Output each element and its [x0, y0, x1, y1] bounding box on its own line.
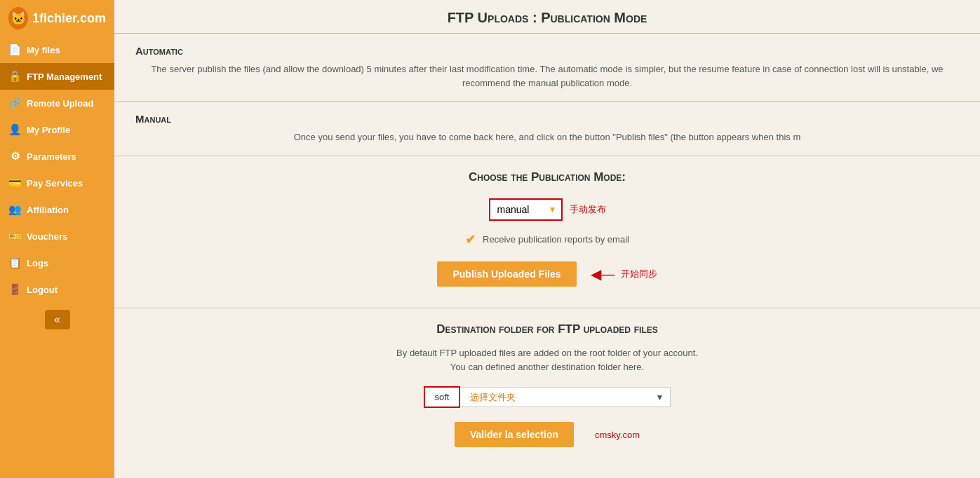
automatic-description: The server publish the files (and allow … [135, 62, 959, 90]
sidebar-item-my-profile[interactable]: 👤My Profile [0, 116, 114, 143]
manual-title: Manual [135, 113, 959, 125]
automatic-title: Automatic [135, 45, 959, 57]
vouchers-icon: 🎫 [8, 230, 21, 243]
destination-folder-select[interactable]: 选择文件夹 [460, 387, 671, 407]
manual-description: Once you send your files, you have to co… [135, 130, 959, 144]
choose-mode-section: Choose the Publication Mode: manual auto… [114, 156, 980, 308]
main-content: FTP Uploads : Publication Mode Automatic… [114, 0, 980, 478]
remote-upload-icon: 🔗 [8, 97, 21, 109]
manual-section: Manual Once you send your files, you hav… [114, 102, 980, 156]
logo-icon: 🐱 [8, 7, 28, 29]
watermark-label: cmsky.com [595, 430, 640, 440]
sidebar-item-label-parameters: Parameters [27, 151, 76, 162]
automatic-section: Automatic The server publish the files (… [114, 34, 980, 102]
sidebar-item-logs[interactable]: 📋Logs [0, 250, 114, 276]
publish-row: Publish Uploaded Files ◀— 开始同步 [135, 261, 959, 287]
publication-mode-select[interactable]: manual automatic [489, 198, 563, 221]
logout-icon: 🚪 [8, 283, 21, 296]
destination-description: By default FTP uploaded files are added … [135, 346, 959, 376]
mode-select-wrapper: manual automatic 手动发布 [489, 198, 606, 221]
sidebar-item-label-my-profile: My Profile [27, 125, 70, 135]
sidebar: 🐱 1fichier.com 📄My files🔒FTP Management🔗… [0, 0, 114, 478]
my-profile-icon: 👤 [8, 123, 21, 136]
sidebar-item-label-affiliation: Affiliation [27, 205, 69, 215]
destination-section: Destination folder for FTP uploaded file… [114, 308, 980, 462]
folder-row: soft 选择文件夹 [135, 386, 959, 408]
sidebar-item-label-my-files: My files [27, 45, 60, 55]
parameters-icon: ⚙ [8, 150, 21, 163]
ftp-management-icon: 🔒 [8, 70, 21, 83]
sidebar-item-label-logs: Logs [27, 258, 48, 268]
sidebar-item-label-vouchers: Vouchers [27, 231, 67, 242]
logo-area: 🐱 1fichier.com [0, 0, 114, 36]
logs-icon: 📋 [8, 257, 21, 269]
logo-text: 1fichier.com [32, 11, 106, 26]
folder-select-wrapper: 选择文件夹 [460, 387, 671, 407]
valider-row: Valider la selection cmsky.com [135, 422, 959, 447]
sidebar-item-label-remote-upload: Remote Upload [27, 98, 93, 109]
page-title: FTP Uploads : Publication Mode [114, 0, 980, 34]
sidebar-item-remote-upload[interactable]: 🔗Remote Upload [0, 90, 114, 116]
collapse-sidebar-button[interactable]: « [45, 310, 70, 329]
sidebar-item-parameters[interactable]: ⚙Parameters [0, 143, 114, 170]
my-files-icon: 📄 [8, 43, 21, 56]
pay-services-icon: 💳 [8, 177, 21, 189]
arrow-label: ◀— 开始同步 [591, 266, 657, 282]
choose-mode-title: Choose the Publication Mode: [135, 170, 959, 184]
sidebar-item-logout[interactable]: 🚪Logout [0, 276, 114, 303]
checkbox-row: ✔ Receive publication reports by email [135, 232, 959, 247]
mode-select-container: manual automatic [489, 198, 563, 221]
sidebar-item-label-pay-services: Pay Services [27, 178, 83, 189]
sidebar-item-label-logout: Logout [27, 285, 58, 295]
sidebar-item-ftp-management[interactable]: 🔒FTP Management [0, 63, 114, 90]
destination-title: Destination folder for FTP uploaded file… [135, 322, 959, 336]
mode-select-row: manual automatic 手动发布 [135, 198, 959, 221]
affiliation-icon: 👥 [8, 203, 21, 216]
arrow-right-icon: ◀— [591, 266, 615, 282]
sync-chinese-label: 开始同步 [621, 268, 657, 280]
sidebar-item-vouchers[interactable]: 🎫Vouchers [0, 223, 114, 250]
checkbox-checked-icon: ✔ [465, 232, 476, 247]
manual-chinese-label: 手动发布 [570, 203, 606, 216]
sidebar-item-pay-services[interactable]: 💳Pay Services [0, 170, 114, 196]
publish-uploaded-files-button[interactable]: Publish Uploaded Files [437, 261, 576, 287]
checkbox-label: Receive publication reports by email [483, 234, 629, 245]
sidebar-item-my-files[interactable]: 📄My files [0, 36, 114, 63]
valider-la-selection-button[interactable]: Valider la selection [455, 422, 574, 447]
sidebar-item-label-ftp-management: FTP Management [27, 71, 102, 82]
sidebar-item-affiliation[interactable]: 👥Affiliation [0, 196, 114, 223]
folder-label: soft [424, 386, 461, 408]
